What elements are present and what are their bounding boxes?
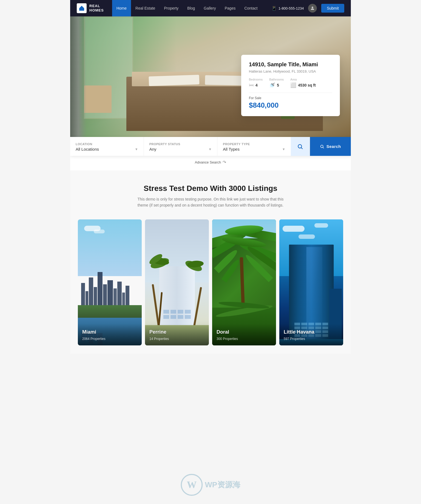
property-card: 14910, Sample Title, Miami Hatteras Lane… xyxy=(241,55,340,116)
city-count-doral: 300 Properties xyxy=(217,337,238,341)
user-icon[interactable] xyxy=(308,4,317,13)
advance-search-row: Advance Search ↷ xyxy=(70,156,351,170)
type-arrow-icon: ▼ xyxy=(282,147,285,151)
status-arrow-icon: ▼ xyxy=(208,147,212,151)
nav-blog[interactable]: Blog xyxy=(183,0,199,16)
property-address: Hatteras Lane, Hollywood, FL 33019, USA xyxy=(249,69,332,73)
bed-icon: 🛏 xyxy=(249,82,254,88)
status-label: Property Status xyxy=(149,142,212,146)
status-field[interactable]: Property Status Any ▼ xyxy=(144,137,218,156)
svg-line-3 xyxy=(301,148,303,149)
city-card-doral[interactable]: Doral 300 Properties xyxy=(212,219,276,345)
city-overlay-doral: Doral 300 Properties xyxy=(212,324,276,345)
logo-icon xyxy=(77,3,87,13)
property-price: $840,000 xyxy=(249,101,332,110)
nav-realestate[interactable]: Real Estate xyxy=(131,0,160,16)
city-overlay-miami: Miami 2064 Properties xyxy=(78,324,142,345)
nav-right: 📱 1-800-555-1234 Submit xyxy=(271,4,344,13)
submit-button[interactable]: Submit xyxy=(321,4,344,13)
search-bar: Location All Locations ▼ Property Status… xyxy=(70,137,351,156)
type-value: All Types xyxy=(223,147,240,151)
location-value: All Locations xyxy=(76,147,99,151)
nav-links: Home Real Estate Property Blog Gallery P… xyxy=(112,0,271,16)
city-grid: Miami 2064 Properties xyxy=(76,219,345,345)
nav-property[interactable]: Property xyxy=(160,0,183,16)
area-value: 4530 sq ft xyxy=(298,83,316,87)
property-specs: Bedrooms 🛏 4 Bathrooms 🚿 5 Area ⬜ 4530 s… xyxy=(249,78,332,88)
city-count-havana: 597 Properties xyxy=(284,337,305,341)
location-field[interactable]: Location All Locations ▼ xyxy=(70,137,144,156)
area-icon: ⬜ xyxy=(290,82,296,88)
search-icon-button[interactable] xyxy=(291,137,310,156)
city-name-perrine: Perrine xyxy=(149,329,204,335)
phone-area[interactable]: 📱 1-800-555-1234 xyxy=(271,6,304,11)
advance-arrow-icon: ↷ xyxy=(223,160,226,165)
card-divider xyxy=(249,93,332,93)
city-count-miami: 2064 Properties xyxy=(82,337,106,341)
nav-pages[interactable]: Pages xyxy=(220,0,240,16)
bedrooms-label: Bedrooms xyxy=(249,78,263,81)
section-title: Stress Test Demo With 3000 Listings xyxy=(76,184,345,193)
bathrooms-label: Bathrooms xyxy=(269,78,284,81)
svg-point-1 xyxy=(312,7,313,8)
city-card-perrine[interactable]: Perrine 14 Properties xyxy=(145,219,209,345)
city-overlay-havana: Little Havana 597 Properties xyxy=(279,324,343,345)
type-label: Property Type xyxy=(223,142,285,146)
spec-area: Area ⬜ 4530 sq ft xyxy=(290,78,316,88)
logo[interactable]: REAL HOMES xyxy=(77,3,104,13)
svg-rect-0 xyxy=(81,9,83,11)
bathrooms-value: 5 xyxy=(277,83,279,87)
phone-number: 1-800-555-1234 xyxy=(278,6,304,10)
curtain-left xyxy=(70,16,87,137)
nav-home[interactable]: Home xyxy=(112,0,131,16)
city-card-havana[interactable]: Little Havana 597 Properties xyxy=(279,219,343,345)
property-title: 14910, Sample Title, Miami xyxy=(249,61,332,68)
navbar: REAL HOMES Home Real Estate Property Blo… xyxy=(70,0,351,16)
type-field[interactable]: Property Type All Types ▼ xyxy=(217,137,291,156)
for-sale-label: For Sale xyxy=(249,96,332,100)
nav-contact[interactable]: Contact xyxy=(240,0,262,16)
city-overlay-perrine: Perrine 14 Properties xyxy=(145,324,209,345)
area-label: Area xyxy=(290,78,316,81)
search-button[interactable]: Search xyxy=(310,137,351,156)
section-description: This demo is only for stress testing pur… xyxy=(134,196,287,208)
city-count-perrine: 14 Properties xyxy=(149,337,169,341)
advance-search-link[interactable]: Advance Search ↷ xyxy=(195,160,226,165)
phone-icon: 📱 xyxy=(271,6,277,11)
spec-bedrooms: Bedrooms 🛏 4 xyxy=(249,78,263,88)
search-icon xyxy=(297,144,303,150)
city-card-miami[interactable]: Miami 2064 Properties xyxy=(78,219,142,345)
logo-text: REAL HOMES xyxy=(89,4,104,12)
location-arrow-icon: ▼ xyxy=(135,147,138,151)
spec-bathrooms: Bathrooms 🚿 5 xyxy=(269,78,284,88)
location-label: Location xyxy=(76,142,138,146)
city-name-havana: Little Havana xyxy=(284,329,339,335)
hero-section: 14910, Sample Title, Miami Hatteras Lane… xyxy=(70,16,351,137)
main-content: Stress Test Demo With 3000 Listings This… xyxy=(70,170,351,354)
bedrooms-value: 4 xyxy=(255,83,258,87)
city-name-doral: Doral xyxy=(217,329,272,335)
status-value: Any xyxy=(149,147,157,151)
bath-icon: 🚿 xyxy=(269,82,275,88)
svg-line-5 xyxy=(323,147,324,148)
search-btn-icon xyxy=(320,144,324,149)
nav-gallery[interactable]: Gallery xyxy=(199,0,220,16)
city-name-miami: Miami xyxy=(82,329,137,335)
